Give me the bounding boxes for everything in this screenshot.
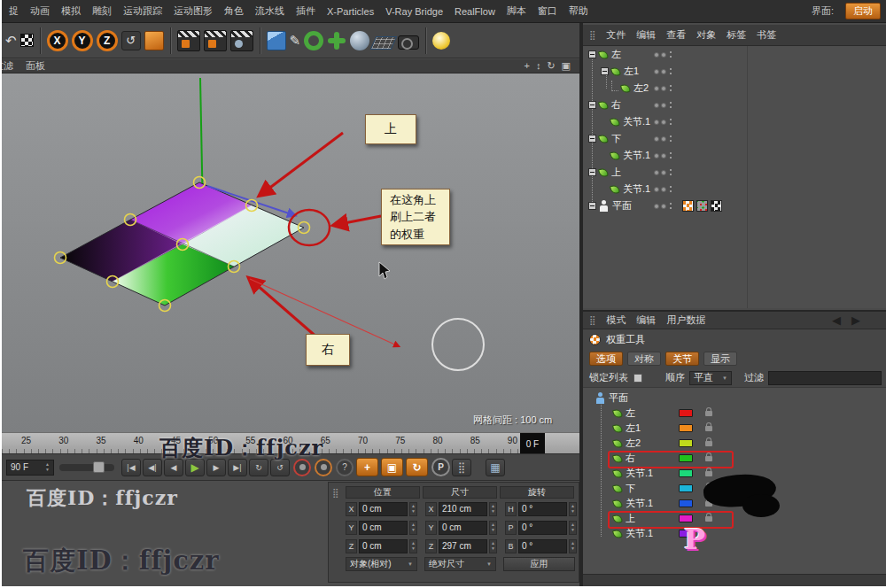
joint-color-swatch[interactable] <box>679 454 693 462</box>
om-menu-view[interactable]: 查看 <box>666 28 686 42</box>
lock-icon[interactable] <box>705 426 712 431</box>
pos-x-spinner[interactable]: ▲▼ <box>409 502 417 516</box>
weight-list-item[interactable]: 左1 <box>583 421 886 436</box>
weight-list-item-highlighted[interactable]: 上 <box>583 511 886 526</box>
tab-options[interactable]: 选项 <box>589 352 623 366</box>
viewport-menu-filter[interactable]: 过滤 <box>0 59 13 73</box>
rot-h-field[interactable]: 0 ° <box>518 502 567 516</box>
viewport-canvas[interactable] <box>2 74 579 432</box>
lock-icon[interactable] <box>705 456 712 461</box>
om-menu-object[interactable]: 对象 <box>696 28 716 42</box>
lock-icon[interactable] <box>705 516 712 522</box>
current-frame-indicator[interactable]: 0 F <box>520 433 545 454</box>
size-mode-dropdown[interactable]: 绝对尺寸▼ <box>424 557 496 571</box>
joint-color-swatch[interactable] <box>679 409 693 417</box>
menu-item-simulate[interactable]: 模拟 <box>61 4 81 18</box>
next-frame-button[interactable]: ▶ <box>206 459 226 476</box>
uv-tag-icon[interactable] <box>682 200 694 212</box>
coordinate-system-button[interactable]: ↺ <box>121 31 141 50</box>
render-settings-button[interactable] <box>230 30 253 51</box>
prev-key-button[interactable]: ◀| <box>143 459 162 476</box>
coord-mode-dropdown[interactable]: 对象(相对)▼ <box>346 557 417 571</box>
weight-tag-icon[interactable] <box>696 200 708 212</box>
viewport[interactable]: 上 在这角上刷上二者的权重 右 网格间距 : 100 cm <box>2 74 579 432</box>
rotate-tool-button[interactable]: ↻ <box>406 458 428 476</box>
object-row-bottom[interactable]: 下 <box>583 130 886 147</box>
workplane-icon[interactable] <box>144 31 164 50</box>
om-menu-tags[interactable]: 标签 <box>727 28 746 42</box>
lock-icon[interactable] <box>705 471 712 476</box>
timeline-ruler[interactable]: 2530 3540 4550 5560 6570 7580 8590 0 F <box>2 432 579 453</box>
visibility-dots[interactable] <box>654 135 672 143</box>
menu-item-motion-tracker[interactable]: 运动跟踪 <box>123 4 162 18</box>
am-menu-userdata[interactable]: 用户数据 <box>666 313 705 327</box>
menu-item-xparticles[interactable]: X-Particles <box>327 6 374 17</box>
expand-toggle[interactable] <box>588 50 596 58</box>
record-keyframe-button[interactable] <box>293 459 311 476</box>
history-back-icon[interactable]: ◀ <box>832 313 841 327</box>
viewport-orbit-icon[interactable]: ↻ <box>547 60 555 72</box>
rot-p-spinner[interactable]: ▲▼ <box>569 521 577 535</box>
add-generator-button[interactable] <box>304 31 323 50</box>
menu-item-pipeline[interactable]: 流水线 <box>255 4 284 18</box>
menu-item-realflow[interactable]: RealFlow <box>455 6 495 17</box>
end-frame-field[interactable]: 90 F ▲▼ <box>6 460 54 476</box>
visibility-dots[interactable] <box>654 84 672 93</box>
move-tool-button[interactable]: + <box>356 458 378 476</box>
playback-mode-button[interactable]: ↺ <box>270 459 290 476</box>
goto-end-button[interactable]: ▶| <box>228 459 247 476</box>
tab-joints[interactable]: 关节 <box>665 352 699 366</box>
weight-list-item[interactable]: 左 <box>583 406 886 421</box>
tab-display[interactable]: 显示 <box>703 352 737 366</box>
lock-z-axis-button[interactable]: Z <box>97 30 118 51</box>
add-light-button[interactable] <box>432 32 450 50</box>
environment-button[interactable] <box>350 31 369 50</box>
expand-toggle[interactable] <box>588 135 596 143</box>
menu-item-help[interactable]: 帮助 <box>569 4 588 18</box>
expand-toggle[interactable] <box>588 168 596 176</box>
add-floor-button[interactable] <box>370 36 398 50</box>
visibility-dots[interactable] <box>654 151 672 160</box>
om-menu-file[interactable]: 文件 <box>606 28 626 42</box>
viewport-pan-icon[interactable]: + <box>524 60 529 72</box>
object-row-top[interactable]: 上 <box>583 164 886 181</box>
lock-icon[interactable] <box>705 441 712 446</box>
pos-x-field[interactable]: 0 cm <box>359 502 408 516</box>
texture-tag-icon[interactable] <box>711 200 722 212</box>
object-row-left1[interactable]: 左1 <box>583 63 886 80</box>
visibility-dots[interactable] <box>654 101 672 110</box>
lock-y-axis-button[interactable]: Y <box>72 30 93 51</box>
object-row-right[interactable]: 右 <box>583 97 886 113</box>
menu-item-animation[interactable]: 动画 <box>30 4 50 18</box>
joint-color-swatch[interactable] <box>679 514 693 522</box>
play-button[interactable]: ▶ <box>185 459 205 476</box>
add-cube-button[interactable] <box>267 31 286 50</box>
expand-toggle[interactable] <box>601 67 609 75</box>
tab-symmetry[interactable]: 对称 <box>627 352 661 366</box>
object-row-joint[interactable]: 关节.1 <box>583 113 886 130</box>
expand-toggle[interactable] <box>588 202 596 210</box>
render-view-button[interactable] <box>177 30 200 51</box>
joint-color-swatch[interactable] <box>679 469 693 477</box>
expand-toggle[interactable] <box>588 101 596 109</box>
weight-list-item-highlighted[interactable]: 右 <box>583 451 886 466</box>
rot-b-field[interactable]: 0 ° <box>518 539 567 553</box>
object-row-left2[interactable]: 左2 <box>583 80 886 97</box>
menu-item-mograph[interactable]: 运动图形 <box>174 4 213 18</box>
pos-z-spinner[interactable]: ▲▼ <box>409 539 417 553</box>
joint-color-swatch[interactable] <box>679 484 693 492</box>
viewport-layout-button[interactable]: ▦ <box>486 459 505 476</box>
slider-handle[interactable] <box>93 461 105 473</box>
history-forward-icon[interactable]: ▶ <box>851 313 860 327</box>
size-z-spinner[interactable]: ▲▼ <box>489 539 497 553</box>
pos-z-field[interactable]: 0 cm <box>359 539 408 553</box>
visibility-dots[interactable] <box>654 168 672 177</box>
visibility-dots[interactable] <box>654 67 672 76</box>
apply-button[interactable]: 应用 <box>503 557 575 571</box>
menu-item-script[interactable]: 脚本 <box>507 4 526 18</box>
menu-item-sculpt[interactable]: 雕刻 <box>92 4 112 18</box>
filter-input[interactable] <box>768 371 882 385</box>
object-row-plane[interactable]: 平面 <box>583 197 886 214</box>
parent-coord-button[interactable]: P <box>431 458 450 476</box>
visibility-dots[interactable] <box>654 118 672 127</box>
